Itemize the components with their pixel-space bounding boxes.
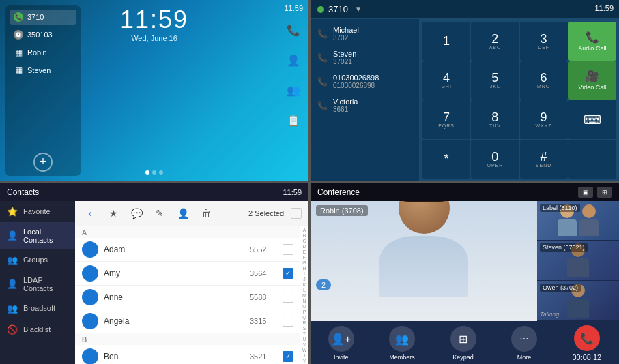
- contact-row-amy[interactable]: 👤 Amy 3564 ✓: [75, 262, 300, 286]
- checkbox-ben[interactable]: ✓: [283, 351, 293, 362]
- favorite-button[interactable]: ★: [105, 205, 121, 222]
- checkbox-angela[interactable]: [283, 316, 293, 327]
- dialer-contact-number[interactable]: 📞 01030026898 01030026898: [311, 70, 419, 93]
- contact-row-adam[interactable]: 👤 Adam 5552: [75, 238, 300, 262]
- dot-3[interactable]: [159, 170, 163, 175]
- phone-icon: 📞: [317, 77, 328, 87]
- group-label-a: A: [75, 226, 300, 238]
- edit-button[interactable]: ✎: [152, 205, 168, 222]
- contact-row-angela[interactable]: 👤 Angela 3315: [75, 309, 300, 333]
- home-account-350103[interactable]: 🕐 350103: [10, 27, 76, 42]
- add-account-button[interactable]: +: [33, 153, 53, 172]
- key-1[interactable]: 1: [422, 22, 470, 61]
- end-call-action[interactable]: 📞 00:08:12: [572, 325, 601, 361]
- key-0[interactable]: 0OPER: [471, 140, 519, 179]
- clock-icon: 🕐: [14, 30, 23, 40]
- home-time: 11:59: [284, 4, 303, 12]
- home-account-3710[interactable]: 📞 3710: [10, 10, 76, 25]
- contact-ext-amy: 3564: [250, 269, 277, 277]
- app-grid: 11:59 📞 3710 🕐 350103 ▦ Robin ▦ Steven +…: [0, 0, 619, 364]
- key-4[interactable]: 4GHI: [422, 61, 470, 100]
- sidebar-item-favorite[interactable]: ⭐ Favorite: [0, 201, 75, 222]
- contact-row-anne[interactable]: 👤 Anne 5588: [75, 286, 300, 309]
- selected-count: 2 Selected: [248, 209, 284, 217]
- phone-icon: 📞: [317, 101, 328, 110]
- sidebar-item-groups[interactable]: 👥 Groups: [0, 249, 75, 271]
- contact-ext-ben: 3521: [250, 352, 277, 361]
- avatar-anne: 👤: [82, 289, 98, 305]
- dialer-contact-michael[interactable]: 📞 Michael 3702: [311, 22, 419, 46]
- invite-action[interactable]: 👤+ Invite: [328, 326, 354, 361]
- key-6[interactable]: 6MNO: [520, 61, 568, 100]
- grid-icon-robin: ▦: [14, 48, 23, 57]
- contact-ext-adam: 5552: [250, 245, 277, 254]
- panel-contacts: Contacts 11:59 ⭐ Favorite 👤 Local Contac…: [0, 183, 308, 365]
- key-hash[interactable]: #SEND: [520, 140, 568, 179]
- layout-button[interactable]: ⊞: [597, 187, 612, 198]
- keypad-label: Keypad: [452, 354, 474, 361]
- sidebar-item-ldap[interactable]: 👤 LDAP Contacts: [0, 271, 75, 298]
- members-action[interactable]: 👥 Members: [389, 326, 415, 361]
- key-8[interactable]: 8TUV: [471, 100, 519, 139]
- dialer-contact-victoria[interactable]: 📞 Victoria 3661: [311, 93, 419, 117]
- thumb-bg-1: Label (3110): [537, 201, 619, 241]
- sidebar-item-broadsoft[interactable]: 👥 Broadsoft: [0, 298, 75, 319]
- key-7[interactable]: 7PQRS: [422, 100, 470, 139]
- conference-body: Robin (3708) 2 Label (3110): [311, 201, 619, 322]
- online-indicator: [317, 6, 324, 13]
- contacts-body: ⭐ Favorite 👤 Local Contacts 👥 Groups 👤 L…: [0, 201, 308, 365]
- more-action[interactable]: ··· More: [511, 326, 537, 361]
- message-button[interactable]: 💬: [128, 205, 145, 222]
- mini-body-1a: [558, 219, 577, 236]
- dot-1[interactable]: [145, 170, 149, 175]
- panel-dialer: 3710 ▼ 11:59 📞 Michael 3702 📞 Steven: [311, 0, 619, 181]
- contact-row-ben[interactable]: 👤 Ben 3521 ✓: [75, 345, 300, 365]
- key-star[interactable]: *: [422, 140, 470, 179]
- sidebar-item-local-contacts[interactable]: 👤 Local Contacts: [0, 222, 75, 249]
- mini-body-1b: [579, 219, 599, 236]
- keypad-action[interactable]: ⊞ Keypad: [450, 326, 476, 361]
- phone-icon: 📞: [317, 53, 328, 63]
- person-head: [399, 201, 450, 234]
- contact-info-steven: Steven 37021: [333, 50, 356, 65]
- video-call-button[interactable]: 🎥 Video Call: [568, 61, 616, 100]
- dot-2[interactable]: [152, 170, 156, 175]
- key-2[interactable]: 2ABC: [471, 22, 519, 61]
- keypad-icon: ⊞: [450, 326, 476, 352]
- home-account-robin[interactable]: ▦ Robin: [10, 45, 76, 60]
- conf-thumb-2: Steven (37021): [537, 241, 619, 281]
- conference-icon[interactable]: 👥: [284, 80, 303, 100]
- select-all-checkbox[interactable]: [291, 208, 302, 219]
- dialer-account[interactable]: 3710 ▼: [317, 4, 362, 14]
- contacts-icon[interactable]: 👤: [284, 50, 303, 70]
- keyboard-button[interactable]: ⌨: [568, 100, 616, 139]
- call-icon[interactable]: 📞: [284, 20, 303, 40]
- checkbox-anne[interactable]: [283, 292, 293, 303]
- more-label: More: [517, 354, 532, 361]
- avatar-angela: 👤: [82, 313, 98, 329]
- conference-sidebar: Label (3110): [537, 201, 619, 322]
- person-hair: [399, 201, 450, 202]
- add-contact-button[interactable]: 👤: [175, 205, 191, 222]
- contacts-main: ‹ ★ 💬 ✎ 👤 🗑 2 Selected A 👤 Ad: [75, 201, 308, 365]
- dialer-time: 11:59: [594, 4, 614, 12]
- back-button[interactable]: ‹: [82, 205, 98, 222]
- key-3[interactable]: 3DEF: [520, 22, 568, 61]
- checkbox-adam[interactable]: [283, 244, 293, 255]
- video-toggle-button[interactable]: ▣: [578, 187, 593, 198]
- contacts-header: Contacts 11:59: [0, 183, 308, 201]
- contact-ext-anne: 5588: [250, 293, 277, 301]
- key-5[interactable]: 5JKL: [471, 61, 519, 100]
- phone-icon: 📞: [317, 29, 328, 39]
- sidebar-item-blacklist[interactable]: 🚫 Blacklist: [0, 319, 75, 340]
- checkbox-amy[interactable]: ✓: [283, 268, 293, 279]
- home-account-steven[interactable]: ▦ Steven: [10, 63, 76, 78]
- delete-button[interactable]: 🗑: [198, 205, 214, 222]
- dialer-contact-steven[interactable]: 📞 Steven 37021: [311, 46, 419, 70]
- main-participant-label: Robin (3708): [316, 205, 368, 216]
- conference-main-video: Robin (3708) 2: [311, 201, 537, 322]
- audio-call-button[interactable]: 📞 Audio Call: [568, 22, 616, 61]
- alphabetical-index[interactable]: ABCDE FGHIJ KLMNO PQRST UVWXYZ: [300, 226, 308, 365]
- history-icon[interactable]: 📋: [284, 110, 303, 130]
- key-9[interactable]: 9WXYZ: [520, 100, 568, 139]
